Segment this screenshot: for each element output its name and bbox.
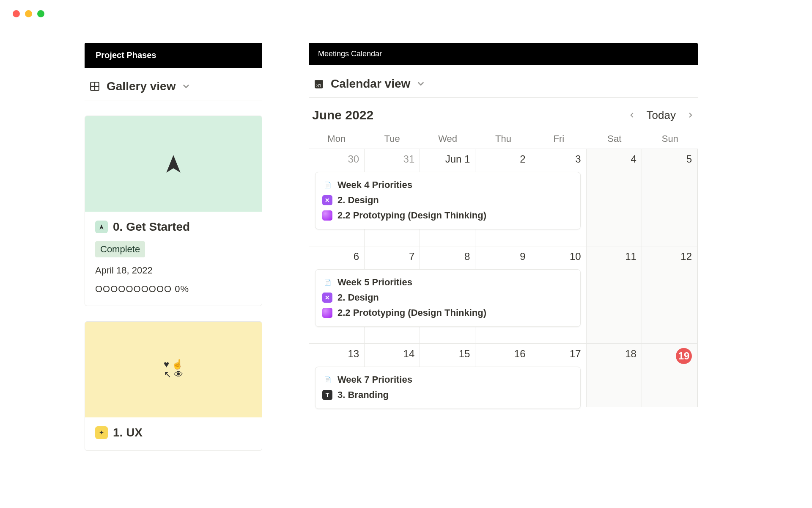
card-title-row: 0. Get Started (95, 220, 252, 234)
document-icon: 📄 (322, 277, 332, 287)
event-text: 2.2 Prototyping (Design Thinking) (337, 210, 486, 221)
calendar-cell[interactable]: 4 (587, 149, 642, 246)
gallery-icon (89, 80, 101, 92)
svg-text:31: 31 (316, 83, 321, 88)
calendar-week-row: 13 14 15 16 17 18 19 📄Week 7 Priorities … (309, 344, 697, 407)
view-label: Gallery view (107, 80, 176, 93)
calendar-weekday-header: Mon Tue Wed Thu Fri Sat Sun (309, 126, 698, 149)
card-progress: OOOOOOOOOO 0% (95, 284, 252, 295)
next-month-button[interactable] (687, 111, 694, 119)
card-title-row: ✦ 1. UX (95, 426, 252, 439)
ux-icons: ♥ ☝↖ 👁 (164, 359, 183, 380)
card-cover: ♥ ☝↖ 👁 (85, 322, 262, 417)
card-date: April 18, 2022 (95, 265, 252, 276)
event-text: 3. Branding (337, 389, 389, 400)
calendar-view-switcher[interactable]: 31 Calendar view (309, 65, 698, 98)
card-title: 1. UX (113, 426, 143, 439)
weekday-label: Wed (420, 133, 475, 144)
branding-icon: T (322, 390, 332, 400)
design-icon: ✕ (322, 195, 332, 205)
gallery-card[interactable]: 0. Get Started Complete April 18, 2022 O… (85, 116, 262, 306)
document-icon: 📄 (322, 375, 332, 385)
meetings-calendar-panel: Meetings Calendar 31 Calendar view June … (309, 43, 698, 451)
event-text: 2. Design (337, 292, 379, 303)
calendar-cell[interactable]: 11 (587, 246, 642, 343)
weekday-label: Thu (475, 133, 531, 144)
prototype-icon (322, 308, 332, 318)
panel-title: Project Phases (85, 43, 262, 68)
prototype-icon (322, 210, 332, 221)
event-text: 2. Design (337, 195, 379, 206)
minimize-window-icon[interactable] (25, 10, 32, 17)
window-controls (0, 0, 812, 17)
project-phases-panel: Project Phases Gallery view (85, 43, 262, 451)
today-marker: 19 (676, 348, 692, 364)
today-button[interactable]: Today (647, 109, 676, 122)
event-text: Week 4 Priorities (337, 179, 412, 190)
close-window-icon[interactable] (13, 10, 20, 17)
weekday-label: Sun (642, 133, 698, 144)
card-title: 0. Get Started (113, 220, 190, 234)
calendar-event[interactable]: 📄Week 5 Priorities ✕2. Design 2.2 Protot… (315, 269, 581, 327)
design-icon: ✕ (322, 293, 332, 303)
chevron-down-icon (416, 79, 425, 88)
calendar-event[interactable]: 📄Week 7 Priorities T3. Branding (315, 367, 581, 409)
document-icon: 📄 (322, 180, 332, 190)
weekday-label: Fri (531, 133, 587, 144)
chevron-down-icon (181, 82, 191, 91)
view-label: Calendar view (331, 77, 410, 91)
event-text: Week 5 Priorities (337, 277, 412, 288)
gallery-card[interactable]: ♥ ☝↖ 👁 ✦ 1. UX (85, 321, 262, 451)
calendar-icon: 31 (313, 78, 325, 90)
panel-title: Meetings Calendar (309, 43, 698, 65)
calendar-week-row: 30 31 Jun 1 2 3 4 5 📄Week 4 Priorities ✕… (309, 149, 697, 246)
event-text: Week 7 Priorities (337, 374, 412, 385)
calendar-grid: 30 31 Jun 1 2 3 4 5 📄Week 4 Priorities ✕… (309, 149, 698, 407)
calendar-month-label: June 2022 (312, 108, 373, 122)
calendar-event[interactable]: 📄Week 4 Priorities ✕2. Design 2.2 Protot… (315, 172, 581, 229)
calendar-cell[interactable]: 5 (642, 149, 697, 246)
prev-month-button[interactable] (628, 111, 636, 119)
calendar-cell[interactable]: 12 (642, 246, 697, 343)
gallery-view-switcher[interactable]: Gallery view (85, 68, 262, 100)
weekday-label: Sat (587, 133, 642, 144)
maximize-window-icon[interactable] (37, 10, 44, 17)
card-cover (85, 116, 262, 212)
send-icon (163, 153, 184, 174)
calendar-cell[interactable]: 18 (587, 344, 642, 407)
status-badge: Complete (95, 241, 145, 257)
calendar-week-row: 6 7 8 9 10 11 12 📄Week 5 Priorities ✕2. … (309, 246, 697, 344)
calendar-cell[interactable]: 19 (642, 344, 697, 407)
event-text: 2.2 Prototyping (Design Thinking) (337, 307, 486, 318)
weekday-label: Tue (364, 133, 420, 144)
ux-icon: ✦ (95, 426, 108, 439)
send-icon (95, 221, 108, 233)
weekday-label: Mon (309, 133, 364, 144)
